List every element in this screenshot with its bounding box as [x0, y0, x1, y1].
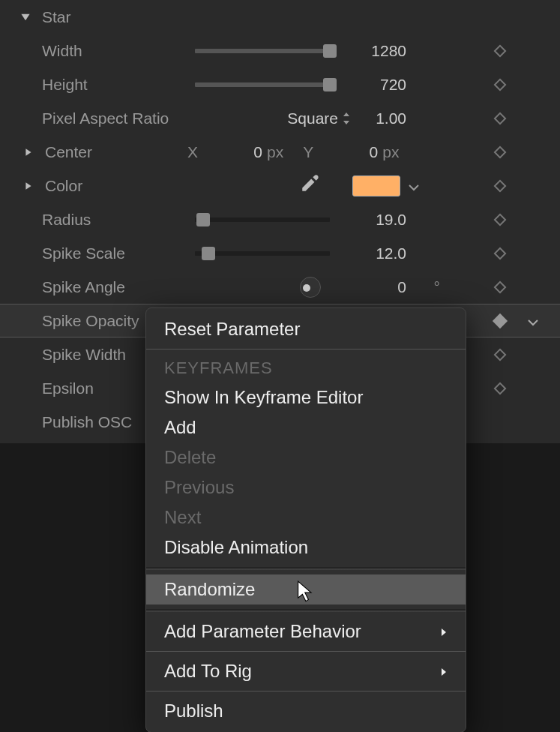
center-y-value[interactable]: 0	[318, 143, 378, 161]
spike-angle-value[interactable]: 0	[397, 278, 406, 296]
param-row-spike-angle: Spike Angle 0 °	[0, 270, 560, 304]
menu-item-publish[interactable]: Publish	[146, 696, 466, 726]
group-title: Star	[42, 8, 71, 26]
menu-section-header: KEYFRAMES	[146, 354, 466, 382]
param-row-height: Height 720	[0, 68, 560, 101]
menu-label: Add	[164, 417, 196, 438]
menu-label: Add Parameter Behavior	[164, 621, 361, 642]
param-row-spike-scale: Spike Scale 12.0	[0, 236, 560, 270]
menu-item-add-keyframe[interactable]: Add	[146, 412, 466, 442]
menu-label: Show In Keyframe Editor	[164, 387, 363, 408]
menu-item-add-parameter-behavior[interactable]: Add Parameter Behavior	[146, 616, 466, 646]
keyframe-toggle[interactable]	[491, 182, 509, 190]
spike-angle-unit: °	[434, 278, 440, 296]
menu-separator	[146, 349, 466, 350]
param-label: Width	[42, 42, 192, 60]
menu-item-randomize[interactable]: Randomize	[146, 574, 466, 604]
menu-label: Add To Rig	[164, 661, 252, 682]
menu-item-disable-animation[interactable]: Disable Animation	[146, 532, 466, 562]
disclosure-triangle-icon[interactable]	[19, 12, 31, 22]
param-label: Radius	[42, 211, 192, 229]
param-row-width: Width 1280	[0, 34, 560, 68]
menu-item-next-keyframe: Next	[146, 502, 466, 532]
menu-item-previous-keyframe: Previous	[146, 472, 466, 502]
angle-dial[interactable]	[300, 277, 321, 298]
center-y-unit: px	[382, 143, 399, 161]
center-x-unit: px	[267, 143, 283, 161]
menu-item-show-in-keyframe-editor[interactable]: Show In Keyframe Editor	[146, 382, 466, 412]
menu-item-delete-keyframe: Delete	[146, 442, 466, 472]
keyframe-toggle[interactable]	[491, 249, 509, 258]
param-label: Height	[42, 76, 192, 94]
width-value[interactable]: 1280	[371, 42, 406, 60]
disclosure-triangle-icon[interactable]	[22, 182, 34, 190]
disclosure-triangle-icon[interactable]	[22, 148, 34, 157]
center-x-value[interactable]: 0	[202, 143, 262, 161]
chevron-down-icon[interactable]	[527, 312, 539, 330]
menu-separator	[146, 609, 466, 612]
menu-item-add-to-rig[interactable]: Add To Rig	[146, 656, 466, 686]
menu-separator	[146, 691, 466, 692]
keyframe-toggle[interactable]	[491, 350, 509, 359]
menu-label: Delete	[164, 447, 216, 468]
menu-item-reset-parameter[interactable]: Reset Parameter	[146, 314, 466, 344]
keyframe-toggle[interactable]	[491, 80, 509, 89]
keyframe-toggle[interactable]	[491, 283, 509, 292]
spike-scale-slider[interactable]	[195, 251, 330, 256]
menu-label: Previous	[164, 477, 234, 498]
center-x-label: X	[187, 143, 198, 161]
radius-slider[interactable]	[195, 218, 330, 222]
group-header-star[interactable]: Star	[0, 0, 560, 34]
submenu-arrow-icon	[440, 661, 448, 682]
keyframe-toggle[interactable]	[491, 384, 509, 393]
param-label: Spike Angle	[42, 278, 192, 296]
keyframe-toggle[interactable]	[491, 114, 509, 123]
param-row-par: Pixel Aspect Ratio Square 1.00	[0, 101, 560, 135]
keyframe-toggle[interactable]	[491, 316, 509, 326]
menu-separator	[146, 567, 466, 570]
popup-arrows-icon	[343, 112, 350, 124]
height-slider[interactable]	[195, 82, 330, 87]
eyedropper-icon[interactable]	[300, 174, 319, 197]
param-label: Spike Scale	[42, 244, 192, 262]
param-label: Pixel Aspect Ratio	[42, 110, 192, 128]
menu-label: Disable Animation	[164, 537, 308, 558]
par-preset-value: Square	[287, 110, 338, 128]
height-value[interactable]: 720	[380, 76, 406, 94]
menu-label: Randomize	[164, 579, 255, 600]
par-value[interactable]: 1.00	[376, 110, 406, 128]
keyframe-toggle[interactable]	[491, 148, 509, 157]
param-label: Center	[45, 143, 175, 161]
keyframe-toggle[interactable]	[491, 46, 509, 56]
chevron-down-icon[interactable]	[408, 177, 420, 195]
width-slider[interactable]	[195, 49, 330, 53]
menu-label: Reset Parameter	[164, 319, 300, 340]
param-label: Color	[45, 177, 175, 195]
param-row-radius: Radius 19.0	[0, 202, 560, 236]
menu-label: Publish	[164, 700, 223, 722]
submenu-arrow-icon	[440, 621, 448, 642]
par-popup[interactable]: Square	[287, 110, 350, 128]
keyframe-toggle[interactable]	[491, 215, 509, 224]
center-y-label: Y	[303, 143, 313, 161]
param-row-color: Color	[0, 169, 560, 202]
spike-scale-value[interactable]: 12.0	[376, 244, 406, 262]
menu-separator	[146, 651, 466, 652]
radius-value[interactable]: 19.0	[376, 211, 406, 229]
menu-label: Next	[164, 507, 201, 528]
color-swatch[interactable]	[352, 176, 400, 196]
param-row-center: Center X 0 px Y 0 px	[0, 135, 560, 169]
animation-context-menu: Reset Parameter KEYFRAMES Show In Keyfra…	[145, 308, 466, 732]
